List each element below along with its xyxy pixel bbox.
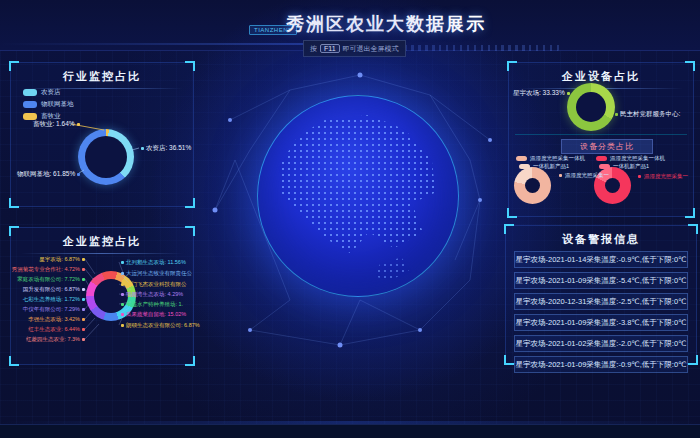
alarm-row: 星宇农场-2020-12-31采集温度:-2.5℃,低于下限:0℃ (514, 293, 688, 310)
corner-decor (504, 224, 514, 234)
pie-callout: 温湿度光照采集一 (638, 173, 688, 180)
alarm-list: 星宇农场-2021-01-14采集温度:-0.9℃,低于下限:0℃ 星宇农场-2… (506, 251, 696, 373)
pie-label: 七彩生态养殖场: 1.72% (23, 296, 85, 303)
pie-callout: 农资店: 36.51% (141, 144, 191, 153)
pie-label: 李强生态农场: 3.42% (28, 316, 85, 323)
corner-decor (9, 61, 19, 71)
callout-dot (77, 123, 80, 126)
label-dot (82, 318, 85, 321)
donut-hole (605, 178, 620, 193)
panel-title: 企业设备占比 (509, 63, 693, 84)
legend-swatch (596, 156, 607, 161)
pie-label: 红丰生态农业: 6.44% (28, 326, 85, 333)
panel-title: 行业监控占比 (11, 63, 193, 84)
corner-decor (185, 356, 195, 366)
corner-decor (9, 226, 19, 236)
panel-industry-monitor: 行业监控占比 农资店 物联网基地 畜牧业 畜牧业: 1.64% (10, 62, 194, 207)
pie-label: 瓜果蔬菜自留地: 15.02% (121, 311, 186, 318)
pie-callout: 畜牧业: 1.64% (33, 120, 80, 129)
pie-label: 聚门飞杰农业科技有限公 (121, 281, 187, 288)
label-dot (82, 328, 85, 331)
label-dot (121, 324, 124, 327)
footer-bar (0, 424, 700, 438)
globe (257, 95, 459, 297)
legend-swatch (23, 89, 37, 96)
label-dot (82, 298, 85, 301)
callout-dot (567, 92, 570, 95)
industry-donut-chart[interactable] (78, 129, 134, 185)
industry-legend: 农资店 物联网基地 畜牧业 (23, 85, 74, 124)
pie-label: 北列鹅生态农场: 11.56% (121, 259, 186, 266)
pie-label: 鸭棚湾生态农场: 4.29% (121, 291, 183, 298)
pie-callout: 物联网基地: 61.85% (17, 170, 80, 179)
corner-decor (185, 226, 195, 236)
label-dot (121, 283, 124, 286)
panel-enterprise-monitor: 企业监控占比 星宇农场: 6.87% 秀洲菊花专业合作社: 4.72% 家庭农场… (10, 227, 194, 365)
globe-continents-dots (268, 106, 448, 286)
pie-label: 大运河生态牧业有限责任公 (121, 270, 192, 277)
label-dot (121, 272, 124, 275)
equipment-donut-chart[interactable] (567, 83, 615, 131)
label-dot (82, 278, 85, 281)
corner-decor (185, 198, 195, 208)
alarm-row: 星宇农场-2021-01-09采集温度:-3.8℃,低于下限:0℃ (514, 314, 688, 331)
label-dot (121, 261, 124, 264)
callout-dot (77, 173, 80, 176)
label-dot (121, 303, 124, 306)
label-dot (121, 293, 124, 296)
alarm-row: 星宇农场-2021-01-09采集温度:-0.9℃,低于下限:0℃ (514, 356, 688, 373)
corner-decor (504, 355, 514, 365)
label-dot (121, 313, 124, 316)
pie-label: 朗硕生态农业有限公司: 6.87% (121, 322, 200, 329)
pie-label: 国升发有限公司: 6.87% (23, 286, 85, 293)
panel-alarms: 设备警报信息 星宇农场-2021-01-14采集温度:-0.9℃,低于下限:0℃… (505, 225, 697, 364)
callout-dot (141, 147, 144, 150)
dashboard: TIANZHENT 秀洲区农业大数据展示 按 F11 即可退出全屏模式 行业监控… (0, 0, 700, 438)
callout-dot (615, 113, 618, 116)
pie-label: 丰溢水产特种养殖场: 1. (121, 301, 183, 308)
panel-title: 企业监控占比 (11, 228, 193, 249)
section-divider (515, 134, 687, 135)
corner-decor (685, 208, 695, 218)
callout-dot (638, 175, 641, 178)
alarm-row: 星宇农场-2021-01-02采集温度:-2.0℃,低于下限:0℃ (514, 335, 688, 352)
legend-item[interactable]: 温湿度光照采集一体机 (516, 155, 585, 162)
legend-swatch (516, 156, 527, 161)
legend-swatch (23, 113, 37, 120)
legend-swatch (23, 101, 37, 108)
corner-decor (685, 61, 695, 71)
corner-decor (688, 224, 698, 234)
pie-label: 家庭农场有限公司: 7.72% (17, 276, 85, 283)
corner-decor (507, 208, 517, 218)
legend-item[interactable]: 农资店 (23, 88, 74, 97)
alarm-row: 星宇农场-2021-01-14采集温度:-0.9℃,低于下限:0℃ (514, 251, 688, 268)
corner-decor (507, 61, 517, 71)
legend-item[interactable]: 温湿度光照采集一体机 (596, 155, 665, 162)
alarm-row: 星宇农场-2021-01-09采集温度:-5.4℃,低于下限:0℃ (514, 272, 688, 289)
legend-item[interactable]: 物联网基地 (23, 100, 74, 109)
pie-callout: 星宇农场: 33.33% (513, 89, 570, 98)
pie-label: 中仪年有限公司: 7.29% (23, 306, 85, 313)
label-dot (82, 288, 85, 291)
pie-label: 星宇农场: 6.87% (39, 256, 85, 263)
label-dot (82, 268, 85, 271)
pie-label: 秀洲菊花专业合作社: 4.72% (12, 266, 85, 273)
panel-equipment: 企业设备占比 星宇农场: 33.33% 民主村党群服务中心: 设备分类占比 温湿… (508, 62, 694, 217)
title-underline (21, 253, 183, 254)
corner-decor (9, 198, 19, 208)
device-class-left-donut[interactable] (514, 167, 551, 204)
label-dot (82, 338, 85, 341)
label-dot (82, 258, 85, 261)
donut-hole (576, 92, 606, 122)
corner-decor (185, 61, 195, 71)
pie-callout: 温湿度光照采集一 (559, 172, 609, 179)
panel-title: 设备警报信息 (506, 226, 696, 247)
callout-dot (559, 174, 562, 177)
corner-decor (688, 355, 698, 365)
donut-hole (525, 178, 540, 193)
label-dot (82, 308, 85, 311)
pie-label: 红菱园生态农业: 7.3% (26, 336, 85, 343)
donut-hole (85, 136, 127, 178)
pie-callout: 民主村党群服务中心: (615, 110, 680, 119)
device-class-title: 设备分类占比 (561, 139, 653, 154)
